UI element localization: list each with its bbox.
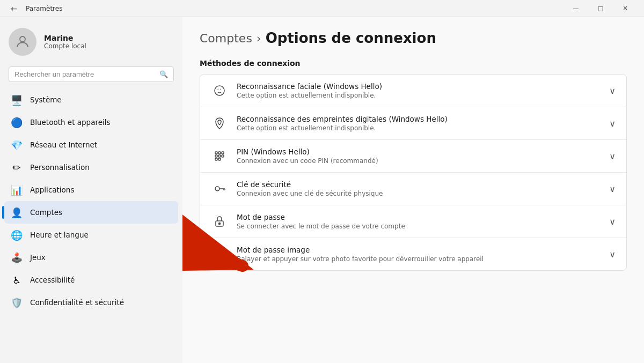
option-item-mdp_image[interactable]: Mot de passe image Balayer et appuyer su…	[200, 238, 626, 270]
nav-icon-applications: 📊	[11, 184, 23, 196]
option-icon-empreintes	[211, 115, 228, 132]
option-chevron-facial: ∨	[609, 86, 616, 96]
nav-list: 🖥️ Système 🔵 Bluetooth et appareils 💎 Ré…	[0, 88, 182, 314]
option-desc-facial: Cette option est actuellement indisponib…	[237, 92, 601, 99]
svg-rect-7	[222, 155, 224, 157]
nav-icon-systeme: 🖥️	[11, 94, 23, 106]
svg-rect-3	[218, 152, 221, 154]
nav-icon-bluetooth: 🔵	[11, 116, 23, 128]
nav-label-systeme: Système	[30, 95, 62, 104]
nav-label-accessibilite: Accessibilité	[30, 276, 75, 284]
breadcrumb-parent: Comptes	[200, 32, 252, 45]
svg-point-10	[215, 187, 219, 191]
sidebar-item-comptes[interactable]: 👤 Comptes	[4, 201, 178, 224]
nav-label-jeux: Jeux	[30, 253, 46, 262]
minimize-button[interactable]: —	[564, 0, 588, 17]
section-title: Méthodes de connexion	[200, 59, 627, 68]
option-icon-mdp	[211, 213, 228, 230]
sidebar-item-confidentialite[interactable]: 🛡️ Confidentialité et sécurité	[4, 291, 178, 314]
option-text-mdp: Mot de passe Se connecter avec le mot de…	[237, 213, 601, 230]
nav-icon-reseau: 💎	[11, 139, 23, 151]
nav-label-confidentialite: Confidentialité et sécurité	[30, 298, 124, 307]
option-chevron-mdp: ∨	[609, 217, 616, 227]
back-icon: ←	[11, 4, 17, 13]
option-desc-mdp: Se connecter avec le mot de passe de vot…	[237, 223, 601, 230]
svg-rect-5	[215, 155, 217, 157]
nav-label-applications: Applications	[30, 186, 74, 194]
svg-point-15	[219, 223, 221, 225]
option-desc-pin: Connexion avec un code PIN (recommandé)	[237, 157, 601, 165]
sidebar-item-bluetooth[interactable]: 🔵 Bluetooth et appareils	[4, 111, 178, 134]
sidebar-item-accessibilite[interactable]: ♿ Accessibilité	[4, 269, 178, 291]
back-button[interactable]: ←	[6, 1, 21, 16]
option-item-facial[interactable]: Reconnaissance faciale (Windows Hello) C…	[200, 75, 626, 107]
option-icon-cle	[211, 180, 228, 197]
svg-rect-6	[218, 155, 221, 157]
user-info: Marine Compte local	[44, 34, 86, 50]
nav-label-reseau: Réseau et Internet	[30, 140, 97, 149]
option-text-cle: Clé de sécurité Connexion avec une clé d…	[237, 180, 601, 197]
sidebar-item-heure[interactable]: 🌐 Heure et langue	[4, 224, 178, 246]
user-account-type: Compte local	[44, 42, 86, 50]
option-chevron-cle: ∨	[609, 184, 616, 194]
avatar	[9, 28, 36, 56]
search-box[interactable]: 🔍	[9, 66, 174, 82]
option-text-empreintes: Reconnaissance des empreintes digitales …	[237, 115, 601, 132]
svg-rect-9	[218, 158, 221, 160]
sidebar-item-applications[interactable]: 📊 Applications	[4, 179, 178, 201]
option-icon-facial	[211, 82, 228, 99]
main-content: Comptes › Options de connexion Méthodes …	[182, 17, 644, 363]
option-item-mdp[interactable]: Mot de passe Se connecter avec le mot de…	[200, 205, 626, 238]
option-title-empreintes: Reconnaissance des empreintes digitales …	[237, 115, 601, 123]
option-title-pin: PIN (Windows Hello)	[237, 147, 601, 156]
option-item-pin[interactable]: PIN (Windows Hello) Connexion avec un co…	[200, 140, 626, 173]
window-title: Paramètres	[26, 5, 564, 12]
window-controls: — □ ✕	[564, 0, 638, 17]
nav-icon-jeux: 🕹️	[11, 251, 23, 263]
sidebar-item-systeme[interactable]: 🖥️ Système	[4, 88, 178, 111]
option-desc-cle: Connexion avec une clé de sécurité physi…	[237, 190, 601, 197]
nav-icon-perso: ✏️	[11, 161, 23, 173]
sidebar-item-reseau[interactable]: 💎 Réseau et Internet	[4, 134, 178, 156]
option-chevron-pin: ∨	[609, 151, 616, 161]
svg-point-1	[215, 86, 224, 95]
option-icon-pin	[211, 147, 228, 165]
option-title-facial: Reconnaissance faciale (Windows Hello)	[237, 82, 601, 91]
user-profile: Marine Compte local	[0, 17, 182, 64]
nav-label-heure: Heure et langue	[30, 231, 89, 239]
option-text-facial: Reconnaissance faciale (Windows Hello) C…	[237, 82, 601, 99]
option-title-mdp_image: Mot de passe image	[237, 246, 601, 254]
nav-icon-heure: 🌐	[11, 229, 23, 241]
user-name: Marine	[44, 34, 86, 42]
avatar-icon	[14, 34, 31, 50]
maximize-button[interactable]: □	[588, 0, 613, 17]
option-chevron-mdp_image: ∨	[609, 249, 616, 260]
nav-label-perso: Personnalisation	[30, 163, 90, 172]
titlebar: ← Paramètres — □ ✕	[0, 0, 644, 17]
svg-rect-2	[215, 152, 217, 154]
option-text-mdp_image: Mot de passe image Balayer et appuyer su…	[237, 246, 601, 263]
search-icon[interactable]: 🔍	[159, 70, 168, 78]
search-input[interactable]	[14, 70, 155, 78]
nav-label-bluetooth: Bluetooth et appareils	[30, 118, 111, 127]
svg-point-0	[20, 36, 25, 42]
breadcrumb-separator: ›	[257, 32, 261, 45]
nav-icon-confidentialite: 🛡️	[11, 297, 23, 308]
option-desc-empreintes: Cette option est actuellement indisponib…	[237, 124, 601, 132]
breadcrumb: Comptes › Options de connexion	[200, 30, 627, 46]
sidebar-item-perso[interactable]: ✏️ Personnalisation	[4, 156, 178, 179]
option-item-empreintes[interactable]: Reconnaissance des empreintes digitales …	[200, 107, 626, 140]
option-title-cle: Clé de sécurité	[237, 180, 601, 189]
content-wrapper: Comptes › Options de connexion Méthodes …	[200, 30, 627, 271]
close-button[interactable]: ✕	[613, 0, 638, 17]
option-desc-mdp_image: Balayer et appuyer sur votre photo favor…	[237, 255, 601, 263]
svg-rect-8	[215, 158, 217, 160]
option-item-cle[interactable]: Clé de sécurité Connexion avec une clé d…	[200, 173, 626, 205]
nav-icon-comptes: 👤	[11, 206, 23, 218]
svg-point-17	[217, 253, 218, 254]
app-container: Marine Compte local 🔍 🖥️ Système 🔵 Bluet…	[0, 17, 644, 363]
svg-rect-4	[222, 152, 224, 154]
breadcrumb-current: Options de connexion	[266, 30, 436, 46]
option-icon-mdp_image	[211, 246, 228, 263]
sidebar-item-jeux[interactable]: 🕹️ Jeux	[4, 246, 178, 269]
